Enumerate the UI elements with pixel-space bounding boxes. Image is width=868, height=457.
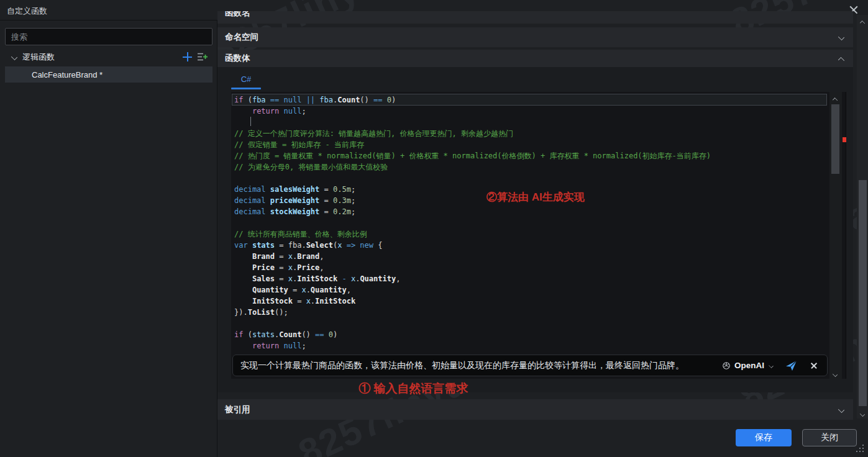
section-header-function-name[interactable]: 函数名 [217, 11, 853, 24]
function-body-panel: C# if (fba == null || fba.Count() == 0) … [217, 67, 853, 392]
tab-active-underline [231, 88, 261, 89]
scroll-down-icon[interactable] [857, 409, 868, 417]
openai-logo-icon [722, 361, 731, 370]
ai-prompt-text[interactable]: 实现一个计算最热门商品的函数，该算法由价格、初始量以及现在的库存量的比较等计算得… [240, 360, 722, 371]
tree-item-calcfeaturebrand[interactable]: CalcFeatureBrand * [5, 66, 212, 83]
text-caret [250, 117, 251, 126]
section-title: 函数名 [225, 11, 250, 19]
function-list-sidebar: 逻辑函数 CalcFeatureBrand * [0, 20, 217, 457]
code-editor[interactable]: if (fba == null || fba.Count() == 0) ret… [231, 92, 846, 379]
editor-scrollbar[interactable] [829, 92, 842, 379]
chevron-down-icon [769, 363, 774, 368]
custom-function-dialog: 8257linyuqiao 8257linyuqiao 8257linyuqia… [0, 0, 868, 457]
close-button[interactable]: 关闭 [802, 429, 857, 446]
tree-group-label: 逻辑函数 [22, 52, 55, 63]
ai-provider-label: OpenAI [734, 361, 764, 370]
chevron-up-icon [838, 55, 844, 61]
tree-item-label: CalcFeatureBrand * [32, 70, 103, 79]
chevron-down-icon [838, 34, 844, 40]
section-title: 命名空间 [225, 32, 258, 43]
main-scrollbar[interactable] [857, 15, 868, 419]
resize-grip[interactable] [856, 445, 865, 453]
dialog-title: 自定义函数 [7, 6, 47, 17]
editor-scrollbar-thumb[interactable] [831, 104, 839, 174]
scroll-up-icon[interactable] [829, 93, 842, 102]
save-button[interactable]: 保存 [736, 429, 792, 446]
section-header-referenced[interactable]: 被引用 [217, 399, 853, 420]
tree-group-logic-functions[interactable]: 逻辑函数 [0, 49, 217, 65]
code-lines: if (fba == null || fba.Count() == 0) ret… [234, 94, 711, 351]
add-category-icon[interactable] [198, 52, 208, 61]
section-title: 函数体 [225, 53, 250, 64]
chevron-down-icon [838, 407, 844, 413]
send-icon[interactable] [785, 360, 797, 371]
ai-provider-select[interactable]: OpenAI [722, 361, 774, 370]
scroll-up-icon[interactable] [857, 16, 868, 25]
tab-label: C# [231, 75, 261, 84]
search-input[interactable] [5, 28, 212, 45]
section-header-namespace[interactable]: 命名空间 [217, 27, 853, 47]
ai-box-close-icon[interactable] [810, 361, 818, 370]
chevron-down-icon [11, 54, 17, 60]
overview-ruler-error-marker [843, 137, 846, 142]
add-function-button[interactable] [183, 52, 192, 61]
main-scrollbar-thumb[interactable] [859, 180, 867, 406]
ai-prompt-box: 实现一个计算最热门商品的函数，该算法由价格、初始量以及现在的库存量的比较等计算得… [232, 355, 828, 376]
section-header-function-body[interactable]: 函数体 [217, 50, 853, 67]
section-title: 被引用 [225, 404, 250, 415]
scroll-down-icon[interactable] [829, 369, 842, 378]
tab-csharp[interactable]: C# [231, 75, 261, 89]
